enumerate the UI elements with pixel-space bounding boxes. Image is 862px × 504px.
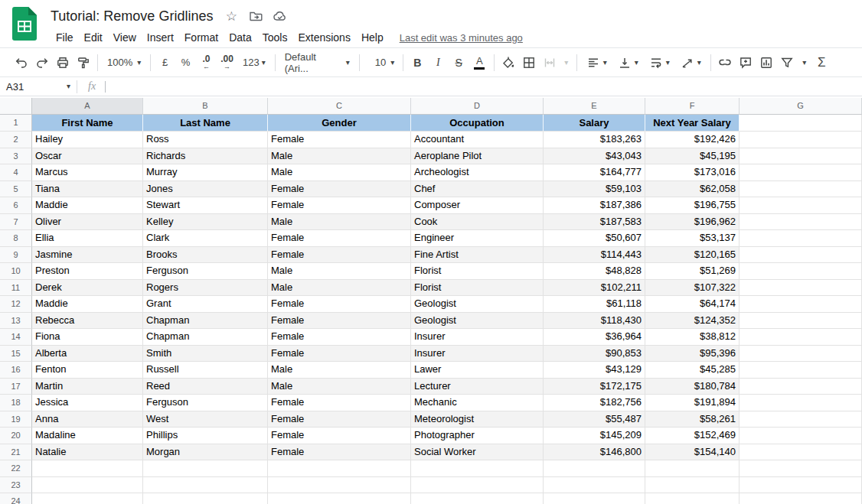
cell[interactable]: Fenton — [32, 362, 143, 379]
cell[interactable]: $95,396 — [645, 346, 740, 363]
cell[interactable] — [740, 115, 862, 132]
cell[interactable]: Male — [268, 263, 411, 280]
cell[interactable] — [740, 296, 862, 313]
header-cell[interactable]: Gender — [268, 115, 411, 132]
row-header[interactable]: 13 — [0, 313, 32, 330]
row-header[interactable]: 17 — [0, 379, 32, 395]
text-color-button[interactable]: A — [469, 52, 490, 73]
menu-item-tools[interactable]: Tools — [257, 29, 293, 46]
cell[interactable]: $90,853 — [544, 346, 645, 363]
header-cell[interactable]: Next Year Salary — [645, 115, 740, 132]
cell[interactable]: Phillips — [143, 428, 268, 444]
cell[interactable]: Fiona — [32, 329, 143, 346]
cell[interactable]: $187,386 — [544, 197, 645, 214]
cell[interactable] — [740, 313, 862, 330]
font-size-select[interactable]: 10 ▾ — [364, 52, 399, 73]
cell[interactable]: Chef — [411, 181, 544, 198]
horizontal-align-select[interactable]: ▾ — [581, 52, 612, 73]
cell[interactable]: $118,430 — [544, 313, 645, 330]
bold-button[interactable]: B — [407, 52, 428, 73]
cell[interactable]: $164,777 — [544, 164, 645, 181]
cell[interactable]: $191,894 — [645, 395, 740, 411]
menu-item-view[interactable]: View — [108, 29, 142, 46]
cell[interactable]: Female — [268, 329, 411, 346]
cell[interactable] — [143, 460, 268, 477]
cell[interactable]: Oscar — [32, 148, 143, 165]
cell[interactable]: Geologist — [411, 313, 544, 330]
cell[interactable]: Morgan — [143, 444, 268, 461]
cell[interactable] — [544, 477, 645, 494]
zoom-select[interactable]: 100% ▾ — [102, 52, 146, 73]
format-percent-button[interactable]: % — [175, 52, 196, 73]
paint-format-button[interactable] — [73, 52, 93, 73]
select-all-corner[interactable] — [0, 98, 32, 115]
cell[interactable]: $61,118 — [544, 296, 645, 313]
cell[interactable]: Male — [268, 379, 411, 395]
cell[interactable]: Female — [268, 230, 411, 247]
header-cell[interactable]: Occupation — [411, 115, 544, 132]
menu-item-extensions[interactable]: Extensions — [292, 29, 355, 46]
header-cell[interactable]: Salary — [544, 115, 645, 132]
cell[interactable]: Florist — [411, 263, 544, 280]
cell[interactable]: Lawer — [411, 362, 544, 379]
cell[interactable]: $154,140 — [645, 444, 740, 461]
decrease-decimal-button[interactable]: .0← — [196, 52, 217, 73]
cell[interactable]: Martin — [32, 379, 143, 395]
cell[interactable]: $180,784 — [645, 379, 740, 395]
cell[interactable]: $43,129 — [544, 362, 645, 379]
cell[interactable]: Reed — [143, 379, 268, 395]
cell[interactable]: Richards — [143, 148, 268, 165]
cell[interactable]: Jones — [143, 181, 268, 198]
format-currency-button[interactable]: £ — [155, 52, 175, 73]
cell[interactable] — [740, 148, 862, 165]
cell[interactable] — [740, 346, 862, 363]
column-header-f[interactable]: F — [645, 98, 740, 115]
row-header[interactable]: 5 — [0, 181, 32, 198]
cell[interactable]: Engineer — [411, 230, 544, 247]
cell[interactable]: $120,165 — [645, 247, 740, 264]
column-header-a[interactable]: A — [32, 98, 143, 115]
cell[interactable] — [268, 460, 411, 477]
cell[interactable]: $172,175 — [544, 379, 645, 395]
row-header[interactable]: 16 — [0, 362, 32, 379]
cell[interactable] — [143, 477, 268, 494]
create-filter-button[interactable] — [777, 52, 798, 73]
column-header-b[interactable]: B — [143, 98, 268, 115]
cell[interactable]: $45,285 — [645, 362, 740, 379]
cell[interactable]: Male — [268, 148, 411, 165]
cell[interactable]: Preston — [32, 263, 143, 280]
cell[interactable]: $124,352 — [645, 313, 740, 330]
cell[interactable]: Clark — [143, 230, 268, 247]
row-header[interactable]: 7 — [0, 214, 32, 231]
cell[interactable]: Marcus — [32, 164, 143, 181]
cell[interactable]: Alberta — [32, 346, 143, 363]
cell[interactable]: Grant — [143, 296, 268, 313]
cell[interactable]: $62,058 — [645, 181, 740, 198]
row-header[interactable]: 3 — [0, 148, 32, 165]
cell[interactable]: Male — [268, 362, 411, 379]
cell[interactable]: Photographer — [411, 428, 544, 444]
cell[interactable] — [740, 444, 862, 461]
star-icon[interactable]: ☆ — [224, 8, 239, 24]
cell[interactable]: Fine Artist — [411, 247, 544, 264]
cell[interactable] — [740, 197, 862, 214]
filter-views-caret[interactable]: ▾ — [798, 52, 811, 73]
cell[interactable] — [411, 493, 544, 504]
cell[interactable]: Female — [268, 395, 411, 411]
row-header[interactable]: 21 — [0, 444, 32, 461]
cell[interactable]: $50,607 — [544, 230, 645, 247]
row-header[interactable]: 2 — [0, 132, 32, 148]
cell[interactable]: Anna — [32, 411, 143, 428]
cell[interactable] — [740, 164, 862, 181]
insert-chart-button[interactable] — [756, 52, 777, 73]
cell[interactable] — [268, 477, 411, 494]
row-header[interactable]: 10 — [0, 263, 32, 280]
cell[interactable]: Female — [268, 428, 411, 444]
cell[interactable]: Accountant — [411, 132, 544, 148]
cell[interactable]: Brooks — [143, 247, 268, 264]
insert-comment-button[interactable] — [736, 52, 756, 73]
menu-item-format[interactable]: Format — [179, 29, 224, 46]
cell[interactable]: Female — [268, 132, 411, 148]
cell[interactable] — [740, 181, 862, 198]
cell[interactable]: Maddie — [32, 296, 143, 313]
